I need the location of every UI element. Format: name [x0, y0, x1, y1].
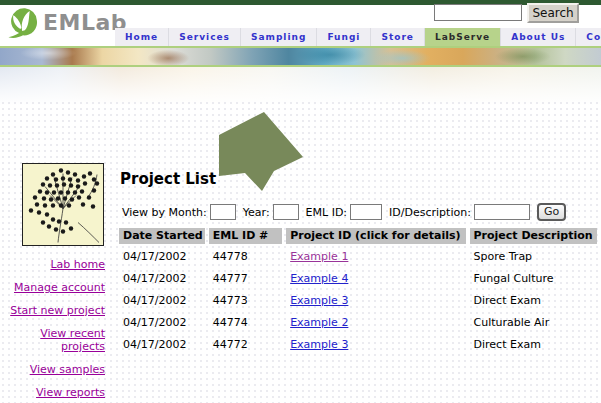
big-arrow-icon	[215, 108, 307, 194]
spore-diagram-image	[22, 163, 104, 246]
eml-id-input[interactable]	[350, 204, 382, 220]
col-header-date-started: Date Started	[119, 228, 205, 244]
nav-item-contact[interactable]: Contact	[575, 28, 601, 46]
project-table: Date Started EML ID # Project ID (click …	[115, 225, 601, 357]
search-button[interactable]: Search	[527, 3, 579, 23]
sidebar-links: Lab home Manage account Start new projec…	[0, 258, 105, 403]
col-header-project-id: Project ID (click for details)	[286, 228, 465, 244]
table-row: 04/17/2002 44778 Example 1 Spore Trap	[119, 247, 597, 266]
year-label: Year:	[243, 206, 270, 219]
sidebar-link-start-new-project[interactable]: Start new project	[0, 304, 105, 317]
table-row: 04/17/2002 44772 Example 3 Direct Exam	[119, 335, 597, 354]
nav-item-sampling[interactable]: Sampling	[240, 28, 316, 46]
description-cell: Direct Exam	[470, 335, 597, 354]
table-row: 04/17/2002 44777 Example 4 Fungal Cultur…	[119, 269, 597, 288]
nav-item-about-us[interactable]: About Us	[500, 28, 575, 46]
eml-id-cell: 44778	[209, 247, 282, 266]
eml-id-cell: 44773	[209, 291, 282, 310]
emlab-leaf-icon	[7, 6, 40, 38]
sidebar-link-view-reports[interactable]: View reports	[0, 386, 105, 399]
description-cell: Fungal Culture	[470, 269, 597, 288]
description-cell: Culturable Air	[470, 313, 597, 332]
nav-item-home[interactable]: Home	[115, 28, 168, 46]
search-input[interactable]	[434, 4, 522, 21]
date-started-cell: 04/17/2002	[119, 269, 205, 288]
eml-id-cell: 44774	[209, 313, 282, 332]
eml-id-cell: 44772	[209, 335, 282, 354]
nav-item-labserve[interactable]: LabServe	[424, 28, 500, 46]
nav-item-store[interactable]: Store	[370, 28, 424, 46]
banner-watermark-fade	[0, 67, 601, 105]
project-id-link[interactable]: Example 3	[290, 294, 348, 307]
project-id-link[interactable]: Example 3	[290, 338, 348, 351]
date-started-cell: 04/17/2002	[119, 313, 205, 332]
nav-item-fungi[interactable]: Fungi	[316, 28, 370, 46]
table-header-row: Date Started EML ID # Project ID (click …	[119, 228, 597, 244]
project-id-link[interactable]: Example 1	[290, 250, 348, 263]
sidebar-link-lab-home[interactable]: Lab home	[0, 258, 105, 271]
id-description-label: ID/Description:	[389, 206, 471, 219]
date-started-cell: 04/17/2002	[119, 291, 205, 310]
table-row: 04/17/2002 44773 Example 3 Direct Exam	[119, 291, 597, 310]
description-cell: Direct Exam	[470, 291, 597, 310]
sidebar-link-view-recent-projects[interactable]: View recent projects	[0, 327, 105, 353]
eml-id-cell: 44777	[209, 269, 282, 288]
eml-id-label: EML ID:	[306, 206, 348, 219]
id-description-input[interactable]	[474, 204, 530, 220]
main-nav: Home Services Sampling Fungi Store LabSe…	[115, 28, 601, 46]
sidebar-link-view-samples[interactable]: View samples	[0, 363, 105, 376]
month-label: View by Month:	[122, 206, 207, 219]
project-id-link[interactable]: Example 2	[290, 316, 348, 329]
col-header-project-description: Project Description	[470, 228, 597, 244]
filter-bar: View by Month: Year: EML ID: ID/Descript…	[122, 203, 566, 221]
page: EMLab Search Home Services Sampling Fung…	[0, 0, 601, 403]
month-input[interactable]	[210, 204, 236, 220]
table-row: 04/17/2002 44774 Example 2 Culturable Ai…	[119, 313, 597, 332]
go-button[interactable]: Go	[537, 203, 566, 221]
page-title: Project List	[120, 170, 216, 188]
date-started-cell: 04/17/2002	[119, 247, 205, 266]
col-header-eml-id: EML ID #	[209, 228, 282, 244]
nav-item-services[interactable]: Services	[168, 28, 240, 46]
emlab-logo: EMLab	[7, 6, 127, 38]
decorative-banner-image	[0, 46, 601, 67]
sidebar-link-manage-account[interactable]: Manage account	[0, 281, 105, 294]
year-input[interactable]	[273, 204, 299, 220]
project-id-link[interactable]: Example 4	[290, 272, 348, 285]
description-cell: Spore Trap	[470, 247, 597, 266]
date-started-cell: 04/17/2002	[119, 335, 205, 354]
